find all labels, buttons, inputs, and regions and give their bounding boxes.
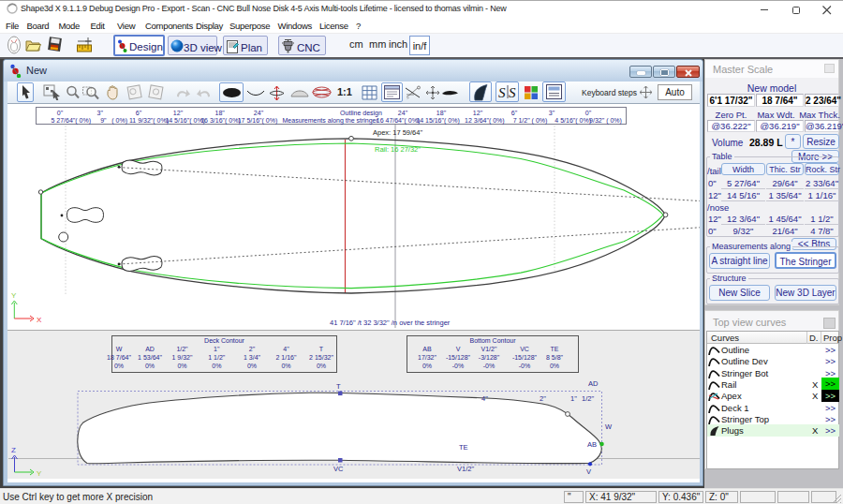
svg-text:S: S — [509, 85, 516, 100]
svg-text:X: X — [37, 316, 42, 324]
svg-text:T: T — [336, 382, 341, 391]
svg-text:Rail: 16 27/32": Rail: 16 27/32" — [375, 145, 421, 154]
svg-text:2": 2" — [540, 394, 546, 403]
svg-text:4": 4" — [481, 394, 488, 403]
svg-text:VC: VC — [333, 465, 344, 473]
svg-text:Y: Y — [37, 469, 42, 478]
svg-text:AB: AB — [587, 440, 597, 449]
svg-text:1": 1" — [570, 394, 577, 403]
svg-text:AD: AD — [588, 379, 599, 388]
svg-text:1/2": 1/2" — [582, 394, 594, 403]
svg-text:Apex: 17 59/64": Apex: 17 59/64" — [373, 128, 422, 137]
svg-text:W: W — [605, 422, 613, 431]
svg-text:Y: Y — [11, 291, 17, 300]
svg-text:Z: Z — [11, 446, 16, 454]
svg-text:V1/2": V1/2" — [457, 465, 474, 473]
svg-text:S: S — [498, 85, 506, 100]
svg-text:41 7/16" /t 32 3/32" /n over t: 41 7/16" /t 32 3/32" /n over the stringe… — [330, 319, 451, 327]
svg-text:TE: TE — [459, 443, 468, 452]
svg-text:V: V — [586, 467, 591, 476]
